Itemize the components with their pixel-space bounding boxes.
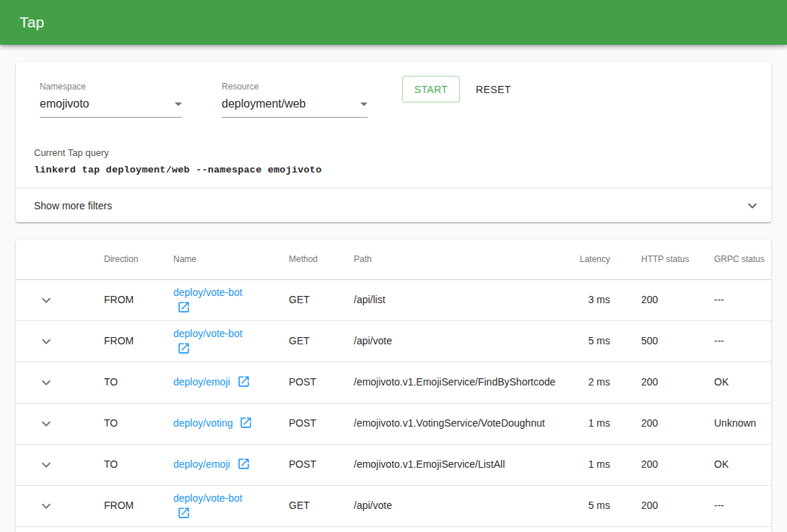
page-content: Namespace emojivoto Resource deployment/…: [0, 45, 787, 532]
http-status-cell: 200: [610, 485, 683, 526]
http-status-cell: 500: [610, 320, 683, 362]
open-in-new-icon[interactable]: [237, 375, 251, 388]
table-row: TO deploy/emoji POST /emojivoto.v1.Emoji…: [16, 444, 771, 485]
chevron-down-icon: [744, 197, 761, 214]
grpc-status-cell: ---: [683, 485, 771, 526]
table-row: TO deploy/voting POST /emojivoto.v1.Voti…: [16, 403, 771, 444]
direction-cell: FROM: [104, 279, 173, 320]
latency-cell: 1 ms: [563, 403, 610, 444]
method-column-header: Method: [289, 240, 354, 279]
grpc-status-cell: ---: [683, 320, 771, 362]
path-cell: /emojivoto.v1.EmojiService/FindByShortco…: [354, 362, 563, 403]
direction-cell: TO: [104, 444, 173, 485]
expand-row-button[interactable]: [32, 492, 61, 520]
reset-button[interactable]: RESET: [470, 77, 517, 103]
open-in-new-icon[interactable]: [239, 416, 253, 429]
current-tap-query-label: Current Tap query: [34, 148, 754, 157]
resource-link[interactable]: deploy/emoji: [173, 376, 251, 388]
table-row: FROM deploy/vote-bot GET /api/list 3 ms …: [16, 279, 771, 320]
name-cell: deploy/emoji: [173, 362, 289, 403]
path-cell: /emojivoto.v1.VotingService/VoteDoughnut: [354, 403, 563, 444]
grpc-status-cell: OK: [683, 362, 771, 403]
table-row: TO deploy/emoji POST /emojivoto.v1.Emoji…: [16, 362, 771, 403]
path-column-header: Path: [354, 240, 563, 279]
start-button[interactable]: START: [402, 76, 460, 103]
path-cell: /emojivoto.v1.EmojiService/ListAll: [354, 444, 563, 485]
show-more-filters-label: Show more filters: [34, 200, 112, 212]
latency-cell: 2 ms: [563, 362, 610, 403]
method-cell: POST: [289, 362, 354, 403]
name-cell: deploy/voting: [173, 403, 289, 444]
namespace-label: Namespace: [40, 82, 182, 91]
grpc-status-column-header: GRPC status: [683, 240, 771, 279]
open-in-new-icon[interactable]: [177, 506, 191, 520]
chevron-down-icon: [38, 292, 55, 309]
direction-column-header: Direction: [104, 240, 173, 279]
expand-row-button[interactable]: [32, 368, 61, 397]
arrow-drop-down-icon[interactable]: [170, 95, 187, 113]
resource-link[interactable]: deploy/vote-bot: [173, 287, 243, 313]
expand-row-button[interactable]: [32, 409, 61, 438]
path-cell: /api/vote: [354, 320, 563, 362]
arrow-drop-down-icon[interactable]: [355, 95, 373, 113]
resource-link[interactable]: deploy/vote-bot: [173, 328, 243, 354]
name-cell: deploy/vote-bot: [173, 485, 289, 526]
grpc-status-cell: Unknown: [683, 403, 771, 444]
latency-cell: 1 ms: [563, 444, 610, 485]
direction-cell: TO: [104, 403, 173, 444]
direction-cell: FROM: [104, 320, 173, 362]
direction-cell: FROM: [104, 485, 173, 526]
filter-actions: START RESET: [402, 76, 517, 103]
http-status-cell: 200: [610, 279, 683, 320]
resource-value: deployment/web: [222, 97, 306, 111]
method-cell: POST: [289, 444, 354, 485]
expand-row-button[interactable]: [32, 450, 61, 479]
method-cell: GET: [289, 279, 354, 320]
open-in-new-icon[interactable]: [177, 341, 191, 355]
chevron-down-icon: [38, 333, 55, 350]
resource-link[interactable]: deploy/vote-bot: [173, 492, 243, 519]
chevron-down-icon: [38, 456, 55, 474]
tap-results-card: Direction Name Method Path Latency HTTP …: [16, 240, 771, 532]
open-in-new-icon[interactable]: [237, 457, 251, 471]
latency-cell: 3 ms: [563, 279, 610, 320]
expand-row-button[interactable]: [32, 286, 61, 315]
open-in-new-icon[interactable]: [177, 300, 191, 314]
http-status-cell: 200: [610, 362, 683, 403]
name-cell: deploy/vote-bot: [173, 279, 289, 320]
table-row: FROM deploy/vote-bot GET /api/vote 5 ms …: [16, 320, 771, 362]
chevron-down-icon: [38, 415, 55, 432]
resource-link[interactable]: deploy/emoji: [173, 458, 251, 470]
latency-cell: 5 ms: [563, 320, 610, 362]
name-cell: deploy/emoji: [173, 444, 289, 485]
http-status-cell: 200: [610, 444, 683, 485]
namespace-select[interactable]: Namespace emojivoto: [40, 82, 182, 118]
tap-query-command: linkerd tap deployment/web --namespace e…: [34, 165, 754, 175]
namespace-value: emojivoto: [40, 97, 89, 111]
show-more-filters-toggle[interactable]: Show more filters: [16, 188, 771, 222]
path-cell: /api/list: [354, 279, 563, 320]
resource-select[interactable]: Resource deployment/web: [222, 82, 368, 118]
path-cell: /api/vote: [354, 485, 563, 526]
latency-column-header: Latency: [563, 240, 610, 279]
resource-link[interactable]: deploy/voting: [173, 417, 253, 429]
name-cell: deploy/vote-bot: [173, 320, 289, 362]
chevron-down-icon: [38, 374, 55, 391]
expand-row-button[interactable]: [32, 327, 61, 356]
http-status-column-header: HTTP status: [610, 240, 683, 279]
latency-cell: 5 ms: [563, 485, 610, 526]
method-cell: POST: [289, 403, 354, 444]
grpc-status-cell: OK: [683, 444, 771, 485]
table-header-row: Direction Name Method Path Latency HTTP …: [16, 240, 771, 279]
resource-label: Resource: [222, 82, 368, 91]
filters-fields-row: Namespace emojivoto Resource deployment/…: [16, 62, 771, 118]
grpc-status-cell: ---: [683, 279, 771, 320]
method-cell: GET: [289, 320, 354, 362]
method-cell: GET: [289, 485, 354, 526]
name-column-header: Name: [173, 240, 289, 279]
http-status-cell: 200: [610, 403, 683, 444]
chevron-down-icon: [38, 497, 55, 515]
tap-table-body: FROM deploy/vote-bot GET /api/list 3 ms …: [16, 279, 771, 526]
page-title: Tap: [19, 14, 44, 31]
current-query-section: Current Tap query linkerd tap deployment…: [34, 148, 754, 175]
